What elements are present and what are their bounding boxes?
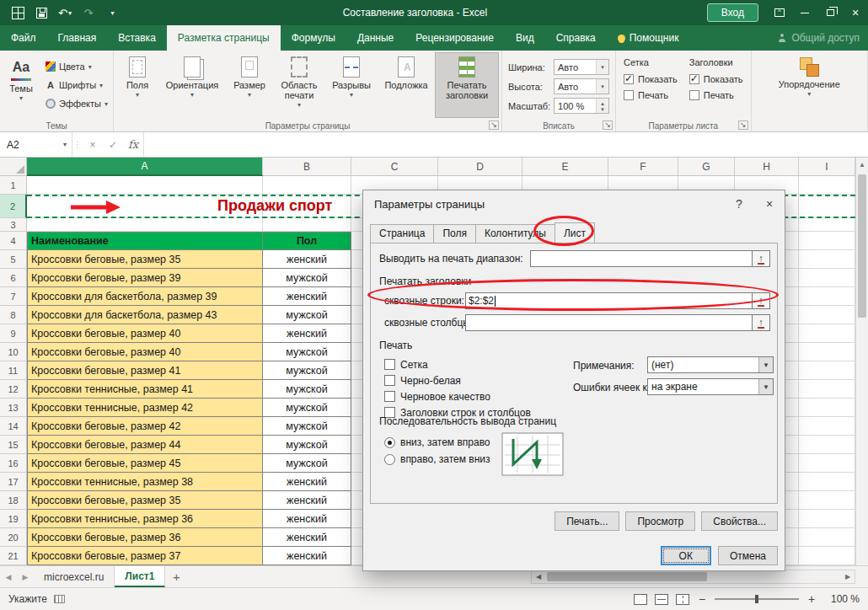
checkbox-black-white[interactable]: Черно-белая bbox=[384, 372, 531, 388]
close-button[interactable]: × bbox=[843, 0, 868, 25]
dialog-tab-page[interactable]: Страница bbox=[370, 224, 434, 243]
row-header-8[interactable]: 8 bbox=[0, 306, 27, 324]
name-box-dropdown-icon[interactable]: ▾ bbox=[58, 141, 72, 148]
cell-A17[interactable]: Кроссовки теннисные, размер 38 bbox=[27, 473, 263, 491]
minimize-button[interactable] bbox=[792, 0, 817, 25]
row-header-6[interactable]: 6 bbox=[0, 269, 27, 287]
row-header-7[interactable]: 7 bbox=[0, 287, 27, 306]
scroll-left-icon[interactable]: ◀ bbox=[532, 573, 545, 581]
vertical-scroll-thumb[interactable] bbox=[858, 174, 866, 318]
cell-A11[interactable]: Кроссовки беговые, размер 41 bbox=[27, 361, 263, 380]
ribbon-tab-review[interactable]: Рецензирование bbox=[405, 25, 505, 51]
row-header-14[interactable]: 14 bbox=[0, 417, 27, 436]
cell-A10[interactable]: Кроссовки беговые, размер 40 bbox=[27, 343, 263, 361]
cell-B19[interactable]: женский bbox=[263, 510, 351, 528]
column-header-C[interactable]: C bbox=[351, 158, 438, 176]
customize-qat-icon[interactable]: ▾ bbox=[101, 2, 123, 24]
cell-B7[interactable]: женский bbox=[263, 287, 351, 306]
cell-I5[interactable] bbox=[799, 250, 855, 269]
ribbon-orientation-button[interactable]: Ориентация▾ bbox=[158, 52, 226, 118]
cell-I8[interactable] bbox=[799, 306, 855, 324]
cancel-button[interactable]: Отмена bbox=[718, 546, 778, 565]
cell-I21[interactable] bbox=[799, 547, 855, 565]
ribbon-tab-home[interactable]: Главная bbox=[47, 25, 108, 51]
cell-B16[interactable]: мужской bbox=[263, 454, 351, 473]
row-header-2[interactable]: 2 bbox=[0, 195, 27, 218]
ribbon-breaks-button[interactable]: Разрывы▾ bbox=[325, 52, 378, 118]
row-header-12[interactable]: 12 bbox=[0, 380, 27, 399]
dialog-tab-sheet[interactable]: Лист bbox=[555, 222, 595, 243]
scroll-up-icon[interactable]: ▲ bbox=[856, 158, 868, 171]
dialog-help-icon[interactable]: ? bbox=[724, 190, 754, 217]
cell-B17[interactable]: женский bbox=[263, 473, 351, 491]
cell-B1[interactable] bbox=[263, 176, 351, 195]
ribbon-tab-page-layout[interactable]: Разметка страницы bbox=[167, 25, 281, 51]
cell-I13[interactable] bbox=[799, 399, 855, 417]
cell-A7[interactable]: Кроссовки для баскетбола, размер 39 bbox=[27, 287, 263, 306]
save-icon[interactable] bbox=[30, 2, 52, 24]
ribbon-size-button[interactable]: Размер▾ bbox=[226, 52, 273, 118]
row-header-9[interactable]: 9 bbox=[0, 324, 27, 343]
cell-A12[interactable]: Кроссовки теннисные, размер 41 bbox=[27, 380, 263, 399]
cell-A6[interactable]: Кроссовки беговые, размер 39 bbox=[27, 269, 263, 287]
cell-B15[interactable]: мужской bbox=[263, 436, 351, 454]
height-input[interactable]: Авто▾ bbox=[554, 78, 609, 94]
cell-A9[interactable]: Кроссовки беговые, размер 40 bbox=[27, 324, 263, 343]
cell-A3[interactable] bbox=[27, 218, 263, 232]
ribbon-tab-help[interactable]: Справка bbox=[545, 25, 607, 51]
sheet-tab-microexcel[interactable]: microexcel.ru bbox=[34, 566, 115, 587]
ribbon-display-options-icon[interactable] bbox=[767, 0, 792, 25]
cell-I11[interactable] bbox=[799, 361, 855, 380]
cell-A13[interactable]: Кроссовки теннисные, размер 42 bbox=[27, 399, 263, 417]
checkbox-gridlines-print[interactable]: Печать bbox=[624, 87, 678, 103]
ribbon-print-titles-button[interactable]: Печатать заголовки bbox=[435, 52, 499, 118]
cell-B8[interactable]: мужской bbox=[263, 306, 351, 324]
ribbon-tab-formulas[interactable]: Формулы bbox=[281, 25, 346, 51]
ribbon-tab-view[interactable]: Вид bbox=[505, 25, 545, 51]
cell-B6[interactable]: мужской bbox=[263, 269, 351, 287]
page-setup-dialog-launcher-icon[interactable]: ↘ bbox=[489, 120, 499, 130]
cell-I18[interactable] bbox=[799, 491, 855, 510]
column-header-E[interactable]: E bbox=[522, 158, 608, 176]
row-header-10[interactable]: 10 bbox=[0, 343, 27, 361]
zoom-slider[interactable] bbox=[715, 598, 799, 600]
sign-in-button[interactable]: Вход bbox=[707, 3, 758, 22]
cell-A16[interactable]: Кроссовки беговые, размер 45 bbox=[27, 454, 263, 473]
rows-to-repeat-input[interactable]: $2:$2 bbox=[465, 292, 753, 309]
cell-I9[interactable] bbox=[799, 324, 855, 343]
cell-B9[interactable]: женский bbox=[263, 324, 351, 343]
cell-I2[interactable] bbox=[799, 195, 855, 218]
cell-B13[interactable]: мужской bbox=[263, 399, 351, 417]
cell-B20[interactable]: женский bbox=[263, 528, 351, 547]
ribbon-margins-button[interactable]: Поля▾ bbox=[116, 52, 158, 118]
chevron-down-icon[interactable]: ▾ bbox=[596, 79, 608, 94]
row-header-5[interactable]: 5 bbox=[0, 250, 27, 269]
width-input[interactable]: Авто▾ bbox=[554, 59, 609, 75]
print-range-picker-button[interactable]: ↑ bbox=[752, 250, 770, 267]
row-header-20[interactable]: 20 bbox=[0, 528, 27, 547]
cell-A20[interactable]: Кроссовки беговые, размер 36 bbox=[27, 528, 263, 547]
cell-A18[interactable]: Кроссовки беговые, размер 35 bbox=[27, 491, 263, 510]
cell-B5[interactable]: женский bbox=[263, 250, 351, 269]
cell-I14[interactable] bbox=[799, 417, 855, 436]
cell-B11[interactable]: мужской bbox=[263, 361, 351, 380]
ribbon-fonts-button[interactable]: AШрифты▾ bbox=[43, 76, 110, 94]
cell-I10[interactable] bbox=[799, 343, 855, 361]
preview-button[interactable]: Просмотр bbox=[625, 511, 695, 531]
cell-A21[interactable]: Кроссовки беговые, размер 37 bbox=[27, 547, 263, 565]
cell-B10[interactable]: мужской bbox=[263, 343, 351, 361]
ribbon-print-area-button[interactable]: Область печати▾ bbox=[273, 52, 325, 118]
row-header-21[interactable]: 21 bbox=[0, 547, 27, 565]
horizontal-scroll-track[interactable] bbox=[545, 570, 841, 583]
page-break-view-icon[interactable] bbox=[676, 594, 689, 605]
ribbon-effects-button[interactable]: Эффекты▾ bbox=[43, 94, 110, 113]
formula-input[interactable] bbox=[143, 132, 868, 157]
column-header-F[interactable]: F bbox=[608, 158, 678, 176]
ribbon-tab-assistant[interactable]: Помощник bbox=[607, 25, 690, 51]
radio-right-then-down[interactable]: вправо, затем вниз bbox=[384, 451, 490, 468]
new-sheet-button[interactable]: + bbox=[165, 566, 187, 587]
radio-down-then-right[interactable]: вниз, затем вправо bbox=[384, 434, 490, 451]
dialog-tab-header-footer[interactable]: Колонтитулы bbox=[475, 224, 555, 243]
row-header-17[interactable]: 17 bbox=[0, 473, 27, 491]
insert-function-icon[interactable]: fx bbox=[123, 132, 143, 157]
